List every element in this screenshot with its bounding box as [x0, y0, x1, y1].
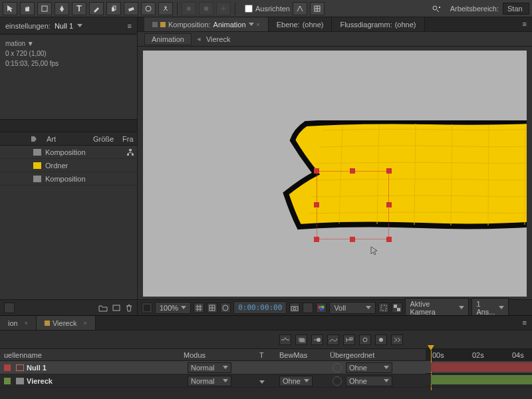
selection-handle-bl[interactable] [314, 237, 319, 242]
layer-bar[interactable] [431, 362, 532, 372]
project-search[interactable] [0, 119, 137, 132]
zoom-dropdown[interactable]: 100% [155, 302, 191, 314]
trash-icon[interactable] [125, 304, 133, 312]
roto-tool[interactable] [141, 2, 156, 15]
auto-keyframe-button[interactable] [375, 334, 387, 345]
shy-button[interactable] [279, 334, 291, 345]
layer-bar[interactable] [431, 375, 532, 384]
frame-blend-button[interactable] [295, 334, 307, 345]
new-folder-icon[interactable] [98, 304, 108, 312]
flowchart-icon[interactable] [126, 148, 134, 156]
unknown-tool-3[interactable] [216, 2, 231, 15]
dropdown-icon[interactable] [77, 24, 82, 27]
breadcrumb-item[interactable]: Viereck [206, 35, 230, 43]
timeline-tab[interactable]: Viereck× [37, 316, 96, 330]
blend-mode-dropdown[interactable]: Normal [188, 362, 231, 373]
draft-3d-button[interactable] [343, 334, 355, 345]
lock-icon [152, 22, 158, 27]
mask-button[interactable] [220, 303, 231, 313]
selection-handle-bm[interactable] [350, 237, 355, 242]
tab-scroll-left[interactable] [138, 17, 144, 31]
brainstorm-button[interactable] [359, 334, 371, 345]
selection-handle-tr[interactable] [386, 168, 392, 174]
panel-menu-icon[interactable]: ≡ [517, 316, 532, 330]
breadcrumb-item[interactable]: Animation [144, 33, 192, 45]
blend-mode-dropdown[interactable]: Normal [188, 376, 231, 386]
snap-tool-2[interactable] [310, 2, 325, 15]
motion-blur-button[interactable] [311, 334, 323, 345]
new-comp-icon[interactable] [112, 304, 121, 312]
selection-bounds[interactable] [317, 171, 389, 239]
parent-dropdown[interactable]: Ohne [346, 376, 392, 386]
eraser-tool[interactable] [124, 2, 138, 15]
transparency-grid-button[interactable] [392, 303, 402, 313]
pickwhip-icon[interactable] [332, 363, 342, 372]
show-channel-button[interactable] [303, 303, 313, 313]
workspace-dropdown[interactable]: Stan [503, 3, 529, 15]
viewport[interactable] [143, 51, 527, 297]
search-icon[interactable] [432, 5, 441, 13]
color-button[interactable] [316, 303, 327, 313]
text-tool[interactable]: T [72, 2, 86, 15]
timeline-panel: ion× Viereck× ≡ 00s 02s 04s uellenname M… [0, 315, 532, 399]
timecode[interactable]: 0:00:00:00 [233, 301, 287, 314]
resolution-dropdown[interactable]: Voll [329, 302, 376, 314]
tab-flowchart[interactable]: Flussdiagramm: (ohne) [332, 17, 424, 31]
svg-rect-26 [300, 338, 305, 342]
timeline-tab[interactable]: ion× [0, 316, 37, 330]
tab-layer[interactable]: Ebene: (ohne) [269, 17, 332, 31]
panel-menu-icon[interactable]: ≡ [128, 22, 132, 30]
guides-button[interactable] [207, 303, 217, 313]
selection-tool[interactable] [3, 2, 17, 15]
tag-icon[interactable] [31, 136, 37, 142]
svg-point-4 [146, 6, 151, 11]
selection-handle-br[interactable] [386, 237, 392, 242]
project-item[interactable]: Komposition [0, 146, 137, 159]
selection-handle-tl[interactable] [314, 168, 319, 174]
parent-dropdown[interactable]: Ohne [346, 362, 392, 373]
timeline-tracks[interactable] [426, 361, 532, 386]
graph-editor-button[interactable] [327, 334, 339, 345]
svg-rect-28 [350, 338, 352, 340]
layer-color-icon[interactable] [4, 364, 11, 371]
playhead-icon[interactable] [428, 345, 434, 350]
snapshot-button[interactable] [289, 303, 300, 313]
roi-button[interactable] [378, 303, 389, 313]
selection-handle-tm[interactable] [350, 168, 355, 174]
project-item[interactable]: Komposition [0, 172, 137, 186]
time-ruler[interactable]: 00s 02s 04s [426, 349, 532, 361]
dropdown-icon[interactable] [249, 23, 254, 26]
selection-handle-mr[interactable] [386, 202, 392, 207]
views-dropdown[interactable]: 1 Ans... [471, 298, 509, 318]
align-checkbox[interactable]: Ausrichten [245, 5, 290, 13]
camera-dropdown[interactable]: Aktive Kamera [405, 298, 469, 318]
brush-tool[interactable] [89, 2, 104, 15]
layer-color-icon[interactable] [4, 378, 11, 384]
puppet-tool[interactable] [158, 2, 173, 15]
layer-name[interactable]: Viereck [27, 377, 53, 385]
unknown-tool-2[interactable] [199, 2, 213, 15]
selection-handle-ml[interactable] [314, 202, 319, 207]
pen-tool[interactable] [55, 2, 69, 15]
shape-tool[interactable] [37, 2, 52, 15]
clone-tool[interactable] [106, 2, 121, 15]
tab-composition[interactable]: Komposition: Animation × [144, 17, 269, 31]
project-item[interactable]: Ordner [0, 159, 137, 172]
track-matte-toggle[interactable] [259, 380, 265, 384]
project-item-label: Ordner [45, 162, 68, 170]
track-matte-dropdown[interactable]: Ohne [279, 376, 313, 386]
grid-button[interactable] [194, 303, 204, 313]
comp-layer-icon [16, 378, 24, 384]
snap-tool-1[interactable] [293, 2, 307, 15]
layer-name[interactable]: Null 1 [27, 364, 47, 372]
panel-menu-icon[interactable]: ≡ [517, 17, 532, 31]
close-icon[interactable]: × [257, 21, 260, 28]
alpha-button[interactable] [142, 303, 152, 313]
svg-rect-12 [132, 154, 134, 156]
hand-tool[interactable] [20, 2, 35, 15]
toggle-switches-button[interactable] [391, 334, 403, 345]
unknown-tool-1[interactable] [182, 2, 196, 15]
bit-depth-button[interactable] [4, 303, 15, 313]
pickwhip-icon[interactable] [332, 376, 342, 386]
svg-point-29 [363, 338, 367, 342]
